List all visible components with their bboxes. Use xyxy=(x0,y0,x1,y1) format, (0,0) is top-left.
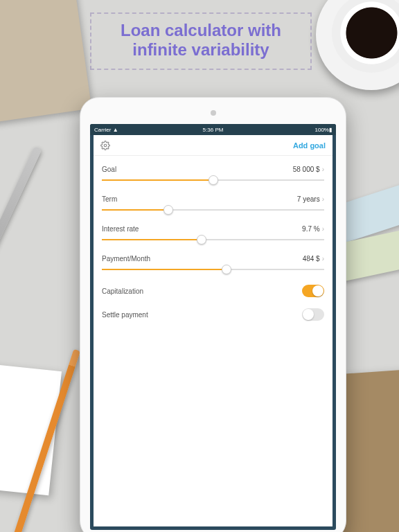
app-card: Add goal Goal 58 000 $ › xyxy=(94,135,332,526)
tablet-device: Carrier ▲ 5:36 PM 100%▮ Add goal xyxy=(80,97,346,532)
nav-bar: Add goal xyxy=(94,135,332,156)
chevron-right-icon: › xyxy=(322,225,324,233)
chevron-right-icon: › xyxy=(322,195,324,203)
chevron-right-icon: › xyxy=(322,255,324,263)
settle-label: Settle payment xyxy=(102,311,148,319)
term-label: Term xyxy=(102,195,117,203)
status-carrier: Carrier ▲ xyxy=(94,127,173,133)
term-slider[interactable] xyxy=(102,204,324,215)
wifi-icon: ▲ xyxy=(113,127,118,133)
gear-icon[interactable] xyxy=(100,141,110,150)
term-value-tap[interactable]: 7 years › xyxy=(297,195,324,203)
status-bar: Carrier ▲ 5:36 PM 100%▮ xyxy=(90,124,336,135)
status-carrier-text: Carrier xyxy=(94,127,111,133)
goal-slider-thumb[interactable] xyxy=(209,175,218,185)
chevron-right-icon: › xyxy=(322,166,324,173)
goal-value: 58 000 $ xyxy=(293,166,320,173)
rate-value-tap[interactable]: 9.7 % › xyxy=(302,225,324,233)
goal-label: Goal xyxy=(102,166,116,173)
term-slider-thumb[interactable] xyxy=(163,205,173,215)
status-battery: 100%▮ xyxy=(253,127,332,133)
payment-slider[interactable] xyxy=(102,264,324,275)
term-value: 7 years xyxy=(297,195,320,203)
row-goal: Goal 58 000 $ › xyxy=(102,160,324,190)
payment-value-tap[interactable]: 484 $ › xyxy=(303,255,324,263)
capitalization-label: Capitalization xyxy=(102,287,143,295)
toggle-knob xyxy=(312,285,323,296)
row-rate: Interest rate 9.7 % › xyxy=(102,220,324,249)
pen-prop xyxy=(0,146,42,326)
rate-slider-thumb[interactable] xyxy=(197,235,206,245)
status-time: 5:36 PM xyxy=(173,127,252,133)
marketing-title: Loan calculator with infinite variabilit… xyxy=(90,12,312,70)
add-goal-button[interactable]: Add goal xyxy=(293,141,326,150)
toggle-knob xyxy=(303,309,314,320)
goal-value-tap[interactable]: 58 000 $ › xyxy=(293,166,324,173)
payment-value: 484 $ xyxy=(303,255,320,263)
row-term: Term 7 years › xyxy=(102,190,324,220)
envelope-prop xyxy=(0,0,91,126)
payment-slider-thumb[interactable] xyxy=(222,265,231,274)
svg-point-0 xyxy=(104,144,107,147)
rate-slider[interactable] xyxy=(102,234,324,245)
row-payment: Payment/Month 484 $ › xyxy=(102,249,324,279)
settle-toggle[interactable] xyxy=(302,308,324,321)
tablet-camera xyxy=(211,110,216,116)
goal-slider[interactable] xyxy=(102,175,324,186)
rate-label: Interest rate xyxy=(102,225,139,233)
rate-value: 9.7 % xyxy=(302,225,320,233)
capitalization-toggle[interactable] xyxy=(302,285,324,297)
tablet-screen: Carrier ▲ 5:36 PM 100%▮ Add goal xyxy=(90,124,336,530)
content-area: Goal 58 000 $ › Term xyxy=(94,156,332,326)
row-settle: Settle payment xyxy=(102,303,324,326)
row-capitalization: Capitalization xyxy=(102,279,324,303)
payment-label: Payment/Month xyxy=(102,255,150,263)
